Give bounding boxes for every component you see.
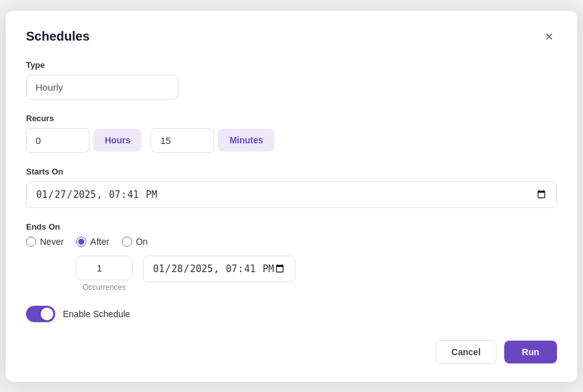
type-input[interactable] (26, 75, 178, 100)
on-radio[interactable] (122, 237, 132, 247)
starts-on-section: Starts On (26, 167, 557, 208)
enable-schedule-toggle[interactable] (26, 306, 55, 322)
ends-on-sub: Occurrences (76, 256, 557, 292)
recurs-section: Recurs Hours Minutes (26, 114, 557, 153)
run-button[interactable]: Run (504, 341, 557, 363)
ends-on-label: Ends On (26, 222, 557, 232)
minutes-button[interactable]: Minutes (218, 129, 274, 152)
never-radio[interactable] (26, 237, 36, 247)
toggle-track (26, 306, 55, 322)
occurrences-group: Occurrences (76, 256, 133, 292)
dialog-header: Schedules × (26, 29, 557, 45)
hours-button[interactable]: Hours (93, 129, 142, 152)
never-label: Never (40, 237, 64, 247)
after-label: After (90, 237, 109, 247)
starts-on-label: Starts On (26, 167, 557, 176)
minutes-pair: Minutes (151, 128, 274, 153)
close-button[interactable]: × (541, 29, 557, 45)
on-datetime-input[interactable] (143, 256, 295, 282)
on-label: On (136, 237, 148, 247)
recurs-label: Recurs (26, 114, 557, 123)
schedules-dialog: Schedules × Type Recurs Hours Minutes St… (6, 11, 577, 382)
starts-on-input[interactable] (26, 181, 557, 208)
after-radio[interactable] (76, 237, 86, 247)
toggle-thumb (41, 308, 53, 320)
on-option[interactable]: On (122, 237, 148, 247)
occurrences-input[interactable] (76, 256, 133, 280)
enable-schedule-row: Enable Schedule (26, 306, 557, 322)
type-section: Type (26, 60, 557, 100)
never-option[interactable]: Never (26, 237, 64, 247)
occurrences-label: Occurrences (83, 283, 126, 292)
after-option[interactable]: After (76, 237, 109, 247)
dialog-title: Schedules (26, 29, 90, 44)
hours-input[interactable] (26, 128, 90, 153)
minutes-input[interactable] (151, 128, 214, 153)
cancel-button[interactable]: Cancel (436, 340, 497, 364)
enable-schedule-label: Enable Schedule (63, 309, 130, 319)
hours-pair: Hours (26, 128, 142, 153)
dialog-footer: Cancel Run (26, 340, 557, 364)
ends-on-options: Never After On (26, 237, 557, 247)
ends-on-section: Ends On Never After On Occurrences (26, 222, 557, 292)
recurs-row: Hours Minutes (26, 128, 557, 153)
type-label: Type (26, 60, 557, 70)
